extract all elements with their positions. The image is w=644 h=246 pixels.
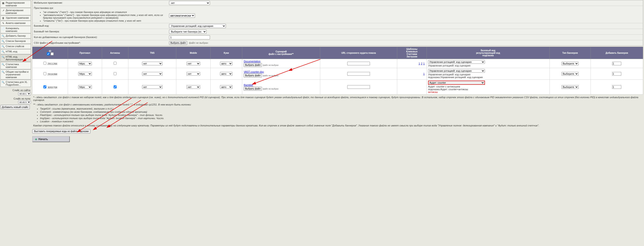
- sidebar-item-label: Статистика для XL Подробнее...: [6, 81, 30, 86]
- slice-pool-label: Слайс из пула:: [0, 97, 31, 100]
- row-checkbox[interactable]: [44, 72, 46, 75]
- audit-url-input[interactable]: [347, 85, 370, 89]
- mobile-select[interactable]: нет: [186, 85, 200, 89]
- check-all-2[interactable]: [51, 52, 54, 55]
- sidebar-item-label: Копировать кампанию: [6, 27, 30, 32]
- sidebar-item-6[interactable]: 🔍Список баннеров: [0, 39, 31, 44]
- note-star2-outro: Каждая строчка такого файла относится к …: [33, 124, 642, 127]
- scenario-file-status: файл не выбран: [263, 74, 278, 77]
- audit-url-input[interactable]: [347, 72, 370, 76]
- count-input[interactable]: [169, 35, 210, 39]
- scenario-file-button[interactable]: Выбрать файл: [244, 87, 262, 91]
- copy-icon: 📄: [2, 27, 5, 30]
- tns-select[interactable]: нет: [142, 72, 162, 76]
- config-form: Мобильное приложение: нет Простановка ку…: [32, 0, 643, 46]
- cookies-desc: "не ставить" ("нет") - при показе баннер…: [34, 11, 169, 22]
- protocol-select[interactable]: https:: [78, 85, 92, 89]
- code-select[interactable]: Управление ротацией: код сценария: [428, 60, 485, 64]
- add-count-input[interactable]: [612, 72, 621, 76]
- banner-type-select[interactable]: Выберите: [562, 85, 578, 89]
- mobile-select[interactable]: нет: [186, 62, 200, 65]
- search-icon: 🔍: [2, 81, 5, 84]
- sidebar-item-label: HTML-код. Автогенерация: [6, 55, 30, 61]
- code-select[interactable]: Аудит: counter: [428, 81, 485, 85]
- tns-select[interactable]: нет: [142, 62, 162, 65]
- cookies-select[interactable]: авто: [220, 85, 232, 89]
- col-base-code: Базовый код результирующий код подсказка: [426, 47, 550, 59]
- col-id: ID: [32, 47, 68, 59]
- notes-section: * - здесь ожидается .csv файл с таким же…: [32, 94, 643, 128]
- scenario-file-status: файл не выбран: [263, 88, 278, 90]
- sidebar-item-label: Список слайсов: [6, 45, 24, 48]
- sidebar-item-4[interactable]: 📄Копировать кампанию: [0, 26, 31, 33]
- csv-file-button[interactable]: Выбрать файл: [169, 41, 187, 45]
- template-link[interactable]: 2: [421, 62, 422, 65]
- table-row: 2911266https:нетнетавтоDocumentationВыбр…: [32, 59, 643, 68]
- row-checkbox[interactable]: [44, 85, 46, 88]
- anticache-checkbox[interactable]: [114, 62, 116, 65]
- scenario-file-button[interactable]: Выбрать файл: [244, 74, 262, 77]
- col-templates: Шаблоны Кликовые Счетчики Заглушки: [397, 47, 426, 59]
- template-link[interactable]: 1: [418, 62, 420, 65]
- cookies-label: Простановка кук:: [34, 7, 169, 9]
- col-protocol: Протокол: [68, 47, 102, 59]
- base-code-label: Базовый код:: [34, 24, 169, 28]
- col-scenario: Сценарий файл с настройками**: [242, 47, 320, 59]
- base-type-select[interactable]: Выберите тип баннера (ес: [169, 30, 206, 34]
- mobile-app-select[interactable]: нет: [169, 1, 210, 5]
- mobile-select[interactable]: нет: [186, 72, 200, 76]
- sidebar-item-2[interactable]: 🗑Удаление кампании: [0, 16, 31, 21]
- generate-codes-button[interactable]: Выставить генерируемые коды из файла под…: [32, 129, 90, 134]
- scenario-file-button[interactable]: Выбрать файл: [244, 63, 262, 67]
- slice-pool-select[interactable]: не из п: [18, 100, 31, 104]
- check-all-1[interactable]: [47, 52, 50, 55]
- slice-site-select[interactable]: не из с: [18, 92, 31, 95]
- sidebar-item-3[interactable]: ✎Анкета кампании: [0, 21, 31, 26]
- sidebar-item-12[interactable]: 🔍Статистика для XL Подробнее...: [0, 80, 31, 87]
- protocol-select[interactable]: https:: [78, 62, 92, 65]
- cookies-select[interactable]: автоматически: [169, 14, 195, 18]
- sidebar-item-11[interactable]: 🔍Общие настройки и ограничения кампании: [0, 69, 31, 79]
- protocol-select[interactable]: https:: [78, 72, 92, 76]
- cookies-select[interactable]: авто: [220, 62, 232, 65]
- cookies-select[interactable]: авто: [220, 72, 232, 76]
- sidebar-item-0[interactable]: ▦Редактирование кампании: [0, 1, 31, 8]
- scenario-link[interactable]: VAST-counter-doc: [244, 70, 318, 73]
- pencil-icon: ✎: [2, 22, 5, 25]
- search-icon: 🔍: [2, 63, 5, 66]
- add-count-input[interactable]: [612, 85, 621, 89]
- banner-type-select[interactable]: Выберите: [562, 72, 578, 76]
- banner-type-select[interactable]: Выберите: [562, 62, 578, 65]
- sidebar-item-10[interactable]: 🔍Статистика кампании: [0, 62, 31, 69]
- template-link[interactable]: 1: [423, 72, 425, 75]
- row-id: 3055708: [48, 86, 57, 89]
- tns-select[interactable]: нет: [142, 85, 162, 89]
- sidebar-item-7[interactable]: 🔍Список слайсов: [0, 44, 31, 49]
- row-id: 2911266: [48, 62, 57, 65]
- sidebar-item-1[interactable]: ↗Делегирование кампании: [0, 8, 31, 15]
- add-slice-button[interactable]: Добавить новый слайс: [0, 105, 30, 109]
- template-link[interactable]: 1: [423, 62, 425, 65]
- anticache-checkbox[interactable]: [114, 85, 116, 88]
- sidebar-item-label: Удаление кампании: [6, 16, 29, 19]
- base-code-select[interactable]: Управление ротацией: код сценария: [169, 24, 226, 28]
- audit-url-input[interactable]: [347, 62, 370, 65]
- sidebar-item-label: Делегирование кампании: [6, 9, 30, 14]
- start-button[interactable]: ◆ Начать: [32, 136, 70, 142]
- row-checkbox[interactable]: [44, 62, 46, 65]
- scenario-link[interactable]: Rambler: [244, 84, 318, 86]
- mobile-app-label: Мобильное приложение:: [34, 1, 169, 5]
- start-icon: ◆: [35, 138, 37, 141]
- code-select[interactable]: Управление ротацией: код сценария: [428, 69, 485, 73]
- anticache-checkbox[interactable]: [114, 72, 116, 75]
- sidebar-item-8[interactable]: 🔍HTML-код: [0, 49, 31, 54]
- col-banner-type: Тип баннеров: [550, 47, 590, 59]
- scenario-link[interactable]: Documentation: [244, 60, 318, 63]
- col-tns: TNS: [128, 47, 176, 59]
- main-content: Мобильное приложение: нет Простановка ку…: [31, 0, 644, 142]
- add-count-input[interactable]: [612, 62, 621, 65]
- sidebar-item-5[interactable]: 🔍Добавить баннер: [0, 34, 31, 39]
- sidebar-item-9[interactable]: 🔍HTML-код. Автогенерация: [0, 54, 31, 62]
- search-icon: 🔍: [2, 70, 5, 74]
- code-hint: подсказка:Аудит: counter+антикэш: [428, 88, 548, 91]
